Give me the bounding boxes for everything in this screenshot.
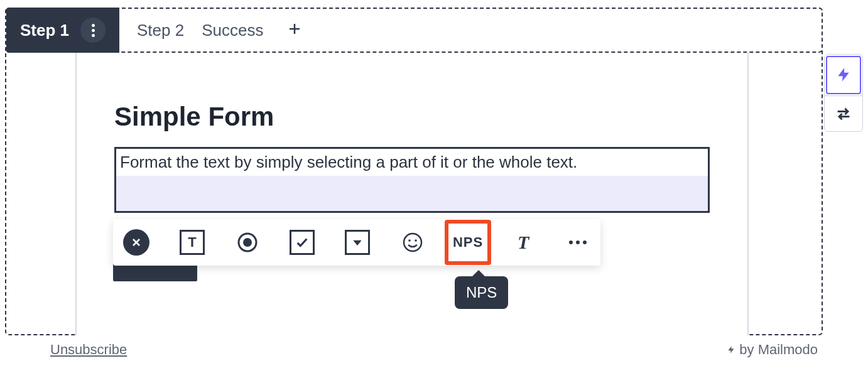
smiley-icon: [402, 232, 423, 253]
lightning-small-icon: [727, 345, 735, 354]
insert-nps-button[interactable]: NPS: [445, 220, 491, 265]
swap-icon: [835, 105, 852, 122]
svg-point-9: [415, 239, 417, 242]
form-content-panel: Simple Form Format the text by simply se…: [75, 53, 749, 335]
text-block-selected[interactable]: Format the text by simply selecting a pa…: [114, 147, 710, 213]
insert-toolbar: T NPS T: [113, 219, 600, 266]
insert-dropdown-button[interactable]: [345, 228, 370, 257]
tab-step-1[interactable]: Step 1: [6, 8, 119, 53]
svg-point-5: [243, 238, 252, 247]
svg-marker-13: [729, 346, 734, 354]
text-input-icon: T: [180, 230, 205, 255]
insert-text-input-button[interactable]: T: [180, 228, 205, 257]
more-options-button[interactable]: [566, 228, 590, 257]
credit: by Mailmodo: [727, 342, 818, 358]
insert-checkbox-button[interactable]: [290, 228, 315, 257]
svg-marker-10: [838, 68, 849, 82]
plus-icon: [287, 21, 302, 36]
tab-step-2[interactable]: Step 2: [137, 21, 184, 40]
unsubscribe-link[interactable]: Unsubscribe: [50, 342, 127, 358]
footer: Unsubscribe by Mailmodo: [50, 342, 818, 358]
dropdown-icon: [345, 230, 370, 255]
insert-radio-button[interactable]: [235, 228, 259, 257]
add-step-button[interactable]: [287, 19, 302, 41]
steps-tab-bar: Step 1 Step 2 Success: [5, 8, 823, 53]
close-toolbar-button[interactable]: [123, 228, 149, 257]
radio-icon: [237, 232, 258, 253]
svg-point-8: [408, 239, 411, 242]
svg-marker-6: [354, 241, 362, 246]
credit-text: by Mailmodo: [739, 342, 818, 358]
text-block-padding: [116, 176, 708, 211]
side-panel: [824, 54, 863, 132]
text-format-icon: T: [518, 232, 529, 253]
lightning-icon: [835, 67, 852, 83]
text-block-content[interactable]: Format the text by simply selecting a pa…: [116, 149, 708, 176]
kebab-icon: [92, 24, 95, 37]
side-panel-action-button[interactable]: [826, 56, 861, 94]
form-title[interactable]: Simple Form: [114, 102, 710, 132]
tab-success[interactable]: Success: [202, 21, 263, 40]
insert-emoji-button[interactable]: [400, 228, 425, 257]
more-icon: [569, 241, 587, 244]
close-icon: [123, 229, 149, 256]
nps-tooltip: NPS: [455, 276, 508, 309]
tab-step-1-menu-button[interactable]: [80, 18, 106, 43]
side-panel-swap-button[interactable]: [825, 95, 862, 132]
checkbox-icon: [290, 230, 315, 255]
nps-icon-label: NPS: [453, 234, 483, 251]
tab-step-1-label: Step 1: [20, 21, 69, 40]
text-format-button[interactable]: T: [511, 228, 536, 257]
svg-point-7: [404, 234, 421, 251]
